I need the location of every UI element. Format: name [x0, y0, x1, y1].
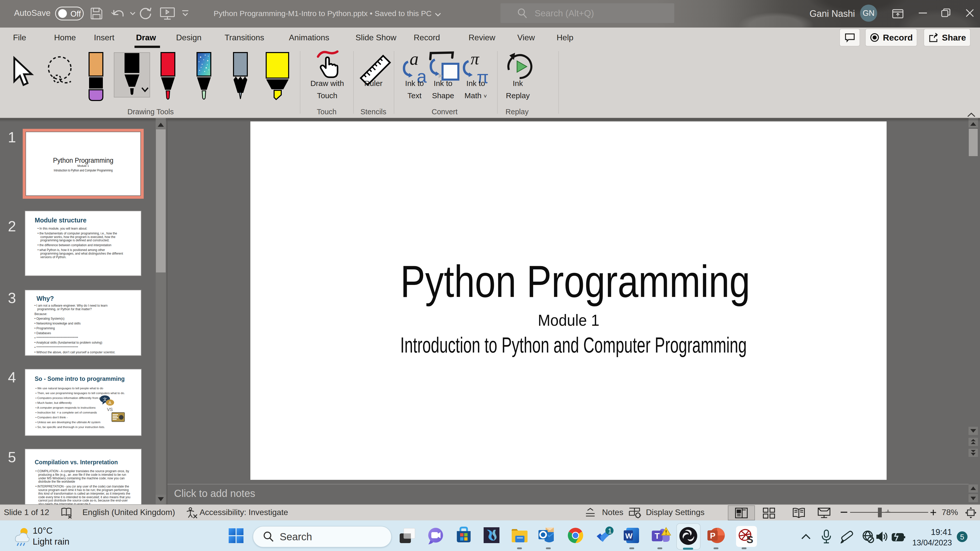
- svg-text:1: 1: [608, 527, 612, 535]
- svg-text:S: S: [746, 534, 753, 545]
- svg-text:T: T: [655, 531, 660, 540]
- svg-text:P: P: [710, 531, 715, 540]
- svg-text:A: A: [108, 400, 111, 405]
- svg-text:a: a: [410, 49, 418, 68]
- svg-text:W: W: [625, 532, 633, 540]
- svg-text:π: π: [471, 49, 479, 68]
